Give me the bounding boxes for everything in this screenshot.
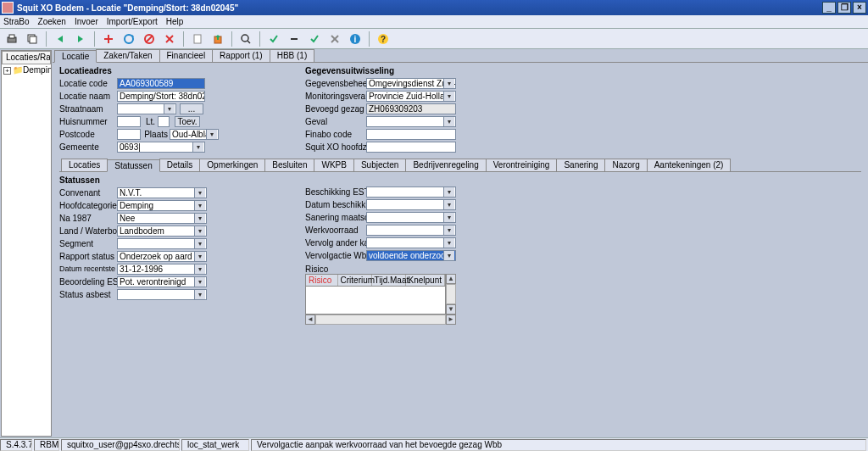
label-gemeente: Gemeente [59,142,117,152]
input-gemeente[interactable]: 0693| [117,142,205,153]
input-locatie-code[interactable]: AA069300589 [117,78,205,89]
menu-invoer[interactable]: Invoer [75,17,98,26]
status-version: S.4.3.7 [0,439,32,451]
title-bar: Squit XO Bodem - Locatie "Demping/Stort:… [0,0,868,15]
input-convenant[interactable]: N.V.T. [117,187,207,198]
input-vervolgwbb[interactable]: voldoende onderzocht [366,250,456,261]
label-lt: Lt. [146,117,158,126]
input-beschikking[interactable] [366,187,456,198]
deny-icon[interactable] [141,31,158,47]
label-straatnaam: Straatnaam [59,104,117,114]
col-knel: Knelpunt [406,275,445,286]
print-icon[interactable] [3,31,20,47]
grid-risico[interactable]: Risico Criterium Tijd.Maat. Knelpunt [305,274,446,315]
scroll-right-icon[interactable]: ► [446,315,456,325]
input-hoofdcat[interactable]: Demping [117,200,207,211]
tab2-locaties[interactable]: Locaties [61,159,108,171]
close-button[interactable]: × [853,2,866,14]
tree-tab-locaties[interactable]: Locaties/Rap [2,51,51,64]
label-huisnummer: Huisnummer [59,117,117,126]
export-icon[interactable] [209,31,226,47]
input-geval[interactable] [366,116,456,127]
dash-icon[interactable] [286,31,303,47]
label-vervolg: Vervolg ander kader [305,238,366,248]
scroll-up-icon[interactable]: ▲ [446,274,456,284]
col-risico: Risico [306,275,338,286]
minimize-button[interactable]: _ [822,2,836,14]
tab2-bedrijven[interactable]: Bedrijvenregeling [405,159,486,171]
forward-icon[interactable] [72,31,89,47]
input-asbest[interactable] [117,289,207,300]
input-sanering-red[interactable] [366,212,456,223]
input-land[interactable]: Landbodem [117,226,207,237]
tab2-sanering[interactable]: Sanering [556,159,605,171]
label-beschikking: Beschikking EST [305,187,366,197]
input-datumrapport[interactable]: 31-12-1996 [117,264,207,275]
menu-bar: StraBo Zoeken Invoer Import/Export Help [0,15,868,29]
copy-icon[interactable] [24,31,41,47]
cancel-icon[interactable] [326,31,343,47]
input-na1987[interactable]: Nee [117,213,207,224]
label-locatie-code: Locatie code [59,79,117,88]
tab2-details[interactable]: Details [159,159,201,171]
check2-icon[interactable] [306,31,323,47]
svg-rect-9 [194,35,201,43]
back-icon[interactable] [52,31,69,47]
input-beoordeling[interactable]: Pot. verontreinigd [117,276,207,287]
scroll-down-icon[interactable]: ▼ [446,304,456,315]
menu-straxbo[interactable]: StraBo [3,17,30,26]
tab2-aantekeningen[interactable]: Aantekeningen (2) [647,159,732,171]
input-vervolg[interactable] [366,237,456,248]
menu-import[interactable]: Import/Export [107,17,158,26]
status-bar: S.4.3.7 RBM squitxo_user@gp4sxo.drechtst… [0,437,868,451]
app-icon [2,2,14,14]
svg-rect-1 [9,35,14,38]
restore-button[interactable]: ❐ [837,2,851,14]
add-icon[interactable] [100,31,117,47]
input-squit[interactable] [366,142,456,153]
input-monitor[interactable]: Provincie Zuid-Holland [366,91,456,102]
input-werk[interactable] [366,225,456,236]
label-na1987: Na 1987 [59,214,117,223]
button-toev[interactable]: Toev. [175,116,200,127]
tab2-wkpb[interactable]: WKPB [314,159,353,171]
tab2-opmerkingen[interactable]: Opmerkingen [199,159,265,171]
search-icon[interactable] [237,31,254,47]
input-rapportstatus[interactable]: Onderzoek op aard [117,251,207,262]
tab-zaken[interactable]: Zaken/Taken [96,49,159,62]
input-huisnummer[interactable] [117,116,141,127]
tab2-nazorg[interactable]: Nazorg [604,159,647,171]
menu-zoeken[interactable]: Zoeken [38,17,66,26]
tab2-besluiten[interactable]: Besluiten [264,159,314,171]
tab2-statussen[interactable]: Statussen [107,159,159,172]
help-icon[interactable]: ? [375,31,392,47]
tab-locatie[interactable]: Locatie [54,50,97,63]
input-postcode[interactable] [117,129,141,140]
button-straat-lookup[interactable]: ... [180,103,203,114]
info-icon[interactable]: i [347,31,364,47]
tab2-subjecten[interactable]: Subjecten [353,159,406,171]
status-user: squitxo_user@gp4sxo.drechtsteden.nl (17.… [61,439,180,451]
input-plaats[interactable]: Oud-Alblas [170,129,219,140]
tab-hbb[interactable]: HBB (1) [270,49,315,62]
refresh-icon[interactable] [120,31,137,47]
input-straatnaam[interactable] [117,103,176,114]
tab2-verontreiniging[interactable]: Verontreiniging [486,159,558,171]
input-lt[interactable] [158,116,170,127]
input-finabo[interactable] [366,129,456,140]
scroll-left-icon[interactable]: ◄ [305,315,315,325]
menu-help[interactable]: Help [166,17,184,26]
check-icon[interactable] [265,31,282,47]
label-plaats: Plaats [144,130,168,139]
input-beheerder[interactable]: Omgevingsdienst Zuid-Holland Zuid (O [366,78,456,89]
input-segment[interactable] [117,238,207,249]
tree-item-demping[interactable]: +📁Demping/ [2,64,51,75]
delete-icon[interactable] [161,31,178,47]
input-datumb[interactable] [366,199,456,210]
svg-rect-3 [30,36,36,43]
doc-icon[interactable] [189,31,206,47]
input-locatie-naam[interactable]: Demping/Stort: 38dn02045 [117,91,205,102]
tab-financieel[interactable]: Financieel [159,49,214,62]
tab-rapport[interactable]: Rapport (1) [212,49,270,62]
input-bevoegd: ZH069309203 [366,103,456,114]
